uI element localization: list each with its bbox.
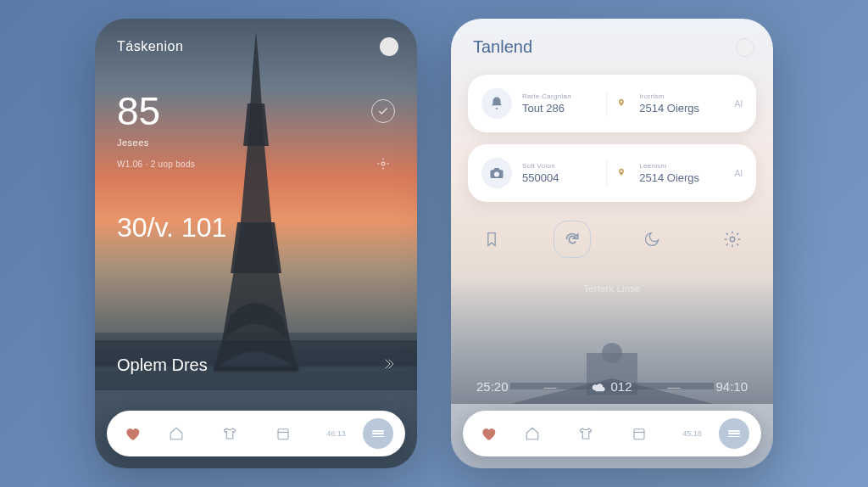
- time-1: 25:20: [476, 379, 509, 394]
- bookmark-icon[interactable]: [473, 221, 510, 258]
- svg-rect-6: [278, 429, 288, 439]
- card-col-2: Irorrism 2514 Oiergs: [639, 92, 721, 115]
- refresh-icon[interactable]: [554, 221, 591, 258]
- main-sub: Jesees: [117, 137, 195, 148]
- main-sub2: W1.06 · 2 uop bods: [117, 160, 195, 169]
- phone-screen-left: Táskenion 85 Jesees W1.06 · 2 uop bods 3…: [95, 19, 417, 468]
- app-title: Táskenion: [117, 39, 183, 54]
- card-end: Al: [734, 168, 743, 178]
- time-3: 94:10: [715, 379, 748, 394]
- nav-home[interactable]: [505, 426, 559, 441]
- star-icon[interactable]: [371, 152, 395, 176]
- card-col-2: Leenism 2514 Oiergs: [639, 162, 721, 184]
- nav-calendar[interactable]: [256, 426, 309, 441]
- nav-label[interactable]: 45.18: [665, 429, 719, 438]
- time-row: 25:20 — 012 — 94:10: [476, 379, 748, 394]
- mid-value: 30/v. 101: [117, 212, 226, 244]
- location-pin-icon: [617, 167, 626, 179]
- caption: Terterk Linse: [451, 283, 773, 294]
- section-title: Oplem Dres: [117, 355, 208, 375]
- action-row: [473, 221, 751, 258]
- card-col-1: Solt Voion 550004: [522, 162, 596, 184]
- nav-apparel[interactable]: [559, 426, 612, 441]
- city-illustration: [510, 336, 714, 404]
- time-2-group: 012: [592, 379, 632, 394]
- svg-point-9: [602, 343, 622, 363]
- check-icon[interactable]: [371, 99, 395, 123]
- app-title: Tanlend: [473, 37, 532, 57]
- nav-favorites[interactable]: [471, 425, 505, 442]
- nav-calendar[interactable]: [612, 426, 665, 441]
- section-row[interactable]: Oplem Dres: [95, 340, 417, 390]
- header: Tanlend: [473, 37, 754, 57]
- bottom-nav: 45.18: [463, 411, 761, 456]
- moon-icon[interactable]: [633, 221, 670, 258]
- info-card-1[interactable]: Rarie Cargnian Tout 286 Irorrism 2514 Oi…: [468, 75, 756, 132]
- side-actions: [371, 99, 395, 176]
- nav-home[interactable]: [149, 426, 203, 441]
- nav-favorites[interactable]: [115, 425, 149, 442]
- avatar[interactable]: [380, 37, 398, 56]
- header: Táskenion: [117, 37, 398, 56]
- svg-point-11: [730, 237, 735, 242]
- avatar[interactable]: [736, 38, 754, 57]
- svg-point-1: [381, 162, 385, 165]
- location-pin-icon: [617, 98, 626, 109]
- bell-icon: [481, 88, 512, 119]
- nav-label[interactable]: 46:13: [309, 429, 363, 438]
- bottom-nav: 46:13: [107, 411, 405, 456]
- nav-apparel[interactable]: [203, 426, 256, 441]
- card-end: Al: [734, 98, 743, 109]
- chevron-icon: [381, 357, 395, 374]
- phone-screen-right: Tanlend Rarie Cargnian Tout 286 Irorrism…: [451, 19, 773, 468]
- nav-menu-button[interactable]: [363, 418, 393, 449]
- camera-icon: [481, 158, 512, 188]
- nav-menu-button[interactable]: [719, 418, 749, 449]
- info-card-2[interactable]: Solt Voion 550004 Leenism 2514 Oiergs Al: [468, 144, 756, 202]
- main-metric: 85 Jesees W1.06 · 2 uop bods: [117, 88, 195, 169]
- cloud-icon: [592, 382, 605, 392]
- svg-rect-12: [634, 429, 644, 439]
- eiffel-tower-illustration: [197, 27, 315, 383]
- main-number: 85: [117, 88, 195, 134]
- settings-icon[interactable]: [714, 221, 751, 258]
- card-col-1: Rarie Cargnian Tout 286: [522, 92, 596, 115]
